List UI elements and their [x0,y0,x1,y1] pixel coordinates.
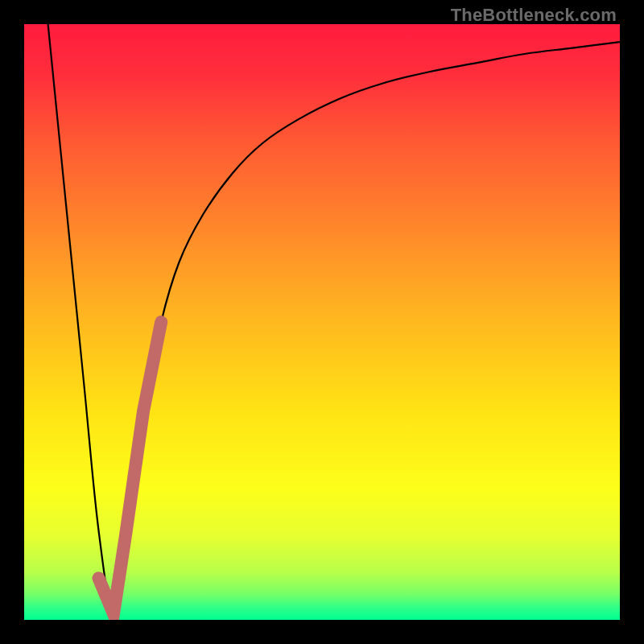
curve-line [48,24,620,614]
plot-area [24,24,620,620]
bottleneck-curve [24,24,620,620]
chart-frame: TheBottleneck.com [0,0,644,644]
watermark-text: TheBottleneck.com [451,5,617,26]
highlight-segment [99,322,162,614]
